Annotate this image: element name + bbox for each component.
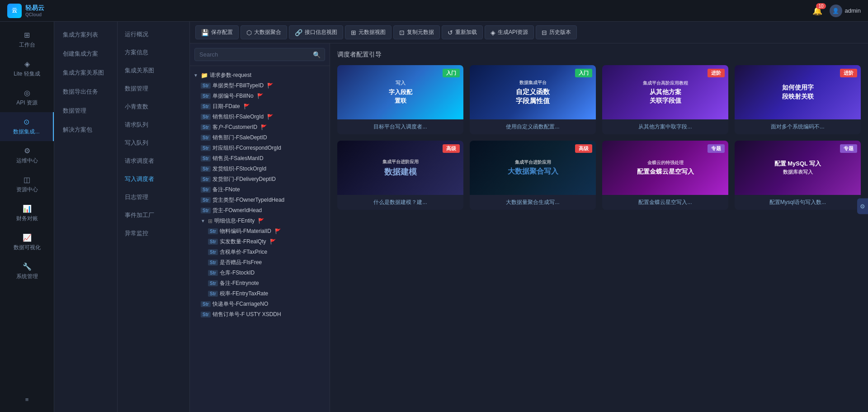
tree-item-customer[interactable]: Str 客户-FCustomerID 🚩: [197, 122, 330, 133]
expand-icon: ▼: [193, 73, 199, 78]
sys-icon: 🔧: [23, 262, 32, 271]
str-badge: Str: [208, 249, 218, 255]
tree-field-label: 明细信息-FEntity: [214, 217, 255, 225]
tree-item-taxrate[interactable]: Str 税率-FEntryTaxRate: [204, 289, 330, 299]
panel3-write-scheduler[interactable]: 写入调度者: [118, 170, 189, 188]
tree-item-correspond[interactable]: Str 对应组织-FCorrespondOrgId: [197, 143, 330, 153]
user-menu[interactable]: 👤 admin: [830, 5, 861, 17]
tree-item-isfree[interactable]: Str 是否赠品-FIsFree: [204, 257, 330, 268]
card-4[interactable]: 如何使用字段映射关联 进阶 面对多个系统编码不...: [735, 65, 861, 134]
sidebar-item-api[interactable]: ◎ API 资源: [0, 83, 54, 112]
sidebar-item-workbench[interactable]: ⊞ 工作台: [0, 25, 54, 54]
tree-field-label: 税率-FEntryTaxRate: [220, 290, 268, 298]
settings-float-button[interactable]: ⚙: [857, 198, 868, 214]
sidebar2-create-scheme[interactable]: 创建集成方案: [54, 44, 117, 63]
tree-item-delivery[interactable]: Str 发货部门-FDeliveryDeptID: [197, 174, 330, 185]
tree-item-stockorg[interactable]: Str 发货组织-FStockOrgId: [197, 164, 330, 174]
card-title-2: 使用自定义函数配置...: [470, 119, 596, 134]
tree-item-owner[interactable]: Str 货主-FOwnerIdHead: [197, 205, 330, 216]
card-6[interactable]: 集成平台进阶应用 大数据聚合写入 高级 大数据量聚合生成写...: [470, 141, 596, 210]
str-badge: Str: [201, 197, 211, 203]
meta-view-button[interactable]: ⊞ 元数据视图: [345, 25, 392, 39]
sidebar-item-finance[interactable]: 📊 财务对账: [0, 199, 54, 228]
tree-item-note[interactable]: Str 备注-FNote: [197, 185, 330, 195]
str-badge: Str: [201, 301, 211, 307]
sidebar2-data-export[interactable]: 数据导出任务: [54, 82, 117, 101]
copy-meta-button[interactable]: ⊡ 复制元数据: [393, 25, 440, 39]
sidebar2-solution-pkg[interactable]: 解决方案包: [54, 120, 117, 139]
tree-item-billno[interactable]: Str 单据编号-FBillNo 🚩: [197, 91, 330, 101]
sidebar-item-resource[interactable]: ◫ 资源中心: [0, 170, 54, 199]
panel3-log-manage[interactable]: 日志管理: [118, 188, 189, 206]
panel3-write-queue[interactable]: 写入队列: [118, 134, 189, 152]
tree-item-realqty[interactable]: Str 实发数量-FRealQty 🚩: [204, 237, 330, 247]
panel3-run-overview[interactable]: 运行概况: [118, 25, 189, 43]
tree-item-material[interactable]: Str 物料编码-FMaterialID 🚩: [204, 226, 330, 237]
tree-item-entrynote[interactable]: Str 备注-FEntrynote: [204, 278, 330, 289]
card-3[interactable]: 集成平台高阶应用教程 从其他方案关联字段值 进阶 从其他方案中取字段...: [602, 65, 728, 134]
tree-field-label: 发货组织-FStockOrgId: [212, 165, 266, 173]
tree-field-label: 销售员-FSalesManID: [212, 155, 264, 162]
tree-item-detail-folder[interactable]: ▼ ⊞ 明细信息-FEntity 🚩: [197, 216, 330, 226]
panel3-req-queue[interactable]: 请求队列: [118, 116, 189, 134]
panel3-data-manage[interactable]: 数据管理: [118, 80, 189, 98]
big-data-button[interactable]: ⬡ 大数据聚合: [241, 25, 287, 39]
history-icon: ⊟: [542, 29, 547, 36]
search-input[interactable]: [194, 48, 325, 61]
card-title-1: 目标平台写入调度者...: [337, 119, 463, 134]
tree-item-saleorder[interactable]: Str 销售订单号-F USTY XSDDH: [197, 309, 330, 320]
sidebar2-scheme-list[interactable]: 集成方案列表: [54, 25, 117, 44]
tree-field-label: 物料编码-FMaterialID: [220, 227, 271, 235]
sidebar-item-viz[interactable]: 📈 数据可视化: [0, 228, 54, 257]
tree-item-taxprice[interactable]: Str 含税单价-FTaxPrice: [204, 247, 330, 257]
tree-field-label: 快递单号-FCarriageNO: [212, 300, 268, 308]
str-badge: Str: [208, 280, 218, 286]
history-button[interactable]: ⊟ 历史版本: [536, 25, 577, 39]
sidebar2-data-manage[interactable]: 数据管理: [54, 101, 117, 120]
interface-view-button[interactable]: 🔗 接口信息视图: [289, 25, 343, 39]
sidebar2-scheme-relation[interactable]: 集成方案关系图: [54, 63, 117, 82]
card-1[interactable]: 写入 字入段配置联 入门 目标平台写入调度者...: [337, 65, 463, 134]
panel3-exception-monitor[interactable]: 异常监控: [118, 224, 189, 242]
sidebar-item-lite[interactable]: ◈ Lite 轻集成: [0, 54, 54, 83]
notification-button[interactable]: 🔔 10: [812, 6, 822, 16]
card-8[interactable]: 配置 MySQL 写入数据库表写入 专题 配置Mysql语句写入数...: [735, 141, 861, 210]
gen-api-button[interactable]: ◈ 生成API资源: [485, 25, 534, 39]
sidebar: ⊞ 工作台 ◈ Lite 轻集成 ◎ API 资源 ⊙ 数据集成... ⚙ 运维…: [0, 22, 54, 412]
panel3-small-query[interactable]: 小青查数: [118, 98, 189, 116]
tree-root-row[interactable]: ▼ 📁 请求参数-request: [190, 70, 330, 81]
tree-item-stock[interactable]: Str 仓库-FStockID: [204, 268, 330, 278]
save-config-button[interactable]: 💾 保存配置: [195, 25, 239, 39]
sidebar-item-ops[interactable]: ⚙ 运维中心: [0, 141, 54, 170]
card-2[interactable]: 数据集成平台 自定义函数字段属性值 入门 使用自定义函数配置...: [470, 65, 596, 134]
sidebar-item-sys[interactable]: 🔧 系统管理: [0, 257, 54, 286]
tree-item-saledept[interactable]: Str 销售部门-FSaleDeptID: [197, 133, 330, 143]
flag-icon: 🚩: [244, 104, 250, 109]
panel3-req-scheduler[interactable]: 请求调度者: [118, 152, 189, 170]
tree-field-label: 货主类型-FOwnerTypeIdHead: [212, 196, 284, 204]
tree-item-billtype[interactable]: Str 单据类型-FBillTypeID 🚩: [197, 81, 330, 91]
card-5[interactable]: 集成平台进阶应用 数据建模 高级 什么是数据建模？建...: [337, 141, 463, 210]
sidebar-collapse[interactable]: ≡: [20, 391, 34, 408]
toolbar: 💾 保存配置 ⬡ 大数据聚合 🔗 接口信息视图 ⊞ 元数据视图 ⊡ 复制元数据 …: [190, 22, 868, 43]
logo: 云 轻易云 QCloud: [7, 4, 44, 18]
tree-item-carriage[interactable]: Str 快递单号-FCarriageNO: [197, 299, 330, 309]
str-badge: Str: [208, 260, 218, 265]
tree-panel: 🔍 ▼ 📁 请求参数-request Str: [190, 43, 330, 412]
card-title-8: 配置Mysql语句写入数...: [735, 195, 861, 210]
panel3-scheme-info[interactable]: 方案信息: [118, 43, 189, 62]
sidebar-item-data[interactable]: ⊙ 数据集成...: [0, 112, 54, 141]
panel3-integration-map[interactable]: 集成关系图: [118, 62, 189, 80]
sidebar-label-resource: 资源中心: [16, 186, 38, 194]
tree-item-ownertype[interactable]: Str 货主类型-FOwnerTypeIdHead: [197, 195, 330, 205]
tree-item-salesman[interactable]: Str 销售员-FSalesManID: [197, 153, 330, 164]
reload-button[interactable]: ↺ 重新加载: [442, 25, 483, 39]
card-7[interactable]: 金蝶云的特强处理 配置金蝶云星空写入 专题 配置金蝶云星空写入...: [602, 141, 728, 210]
big-data-label: 大数据聚合: [254, 28, 281, 36]
tree-item-date[interactable]: Str 日期-FDate 🚩: [197, 101, 330, 112]
card-badge-8: 专题: [840, 144, 857, 153]
logo-text: 轻易云 QCloud: [25, 4, 44, 17]
card-badge-6: 高级: [575, 144, 592, 153]
panel3-event-factory[interactable]: 事件加工厂: [118, 206, 189, 224]
tree-item-saleorg[interactable]: Str 销售组织-FSaleOrgId 🚩: [197, 112, 330, 122]
